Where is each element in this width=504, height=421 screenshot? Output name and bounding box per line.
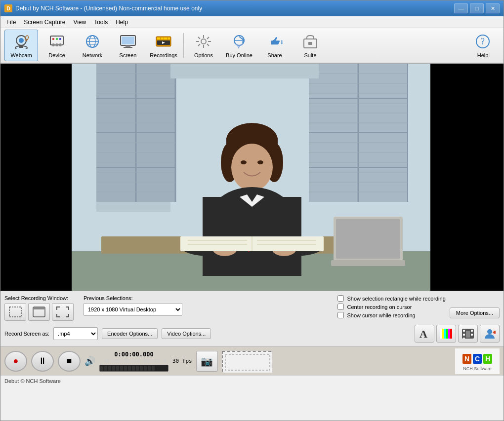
toolbar-separator-1: [183, 33, 184, 58]
options-label: Options: [194, 52, 213, 58]
svg-text:A: A: [420, 328, 427, 340]
window-controls: — □ ✕: [454, 3, 500, 13]
audio-meter-labels: -42 -36 -30 -24 -18 -12 -6: [101, 359, 167, 364]
app-icon: D: [4, 4, 12, 12]
status-bar: Debut © NCH Software: [0, 375, 504, 386]
menu-help[interactable]: Help: [112, 18, 132, 27]
svg-point-28: [201, 39, 206, 44]
webcam-overlay-button[interactable]: [480, 325, 500, 343]
screen-label: Screen: [120, 52, 137, 58]
checkbox-show-selection: Show selection rectangle while recording: [337, 295, 445, 302]
menu-tools[interactable]: Tools: [90, 18, 112, 27]
svg-rect-24: [164, 38, 167, 39]
svg-marker-133: [494, 331, 496, 334]
screenshot-button[interactable]: 📷: [196, 351, 218, 372]
right-icons: A: [415, 325, 500, 343]
encoder-options-button[interactable]: Encoder Options...: [102, 328, 158, 339]
record-button[interactable]: ●: [4, 351, 27, 372]
svg-rect-3: [19, 45, 23, 48]
svg-text:C: C: [475, 355, 480, 363]
right-section: Show selection rectangle while recording…: [337, 295, 500, 318]
record-as-row: Record Screen as: .mp4 Encoder Options..…: [4, 325, 500, 343]
black-bar-right: [430, 64, 504, 291]
svg-rect-20: [124, 47, 132, 48]
toolbar-btn-help[interactable]: ? Help: [466, 30, 500, 61]
network-label: Network: [83, 52, 102, 58]
svg-point-8: [59, 43, 62, 46]
video-preview: [72, 64, 432, 291]
svg-point-1: [19, 38, 24, 43]
stop-button[interactable]: ■: [58, 351, 81, 372]
toolbar-btn-screen[interactable]: Screen: [111, 30, 145, 61]
share-label: Share: [267, 52, 282, 58]
svg-line-34: [207, 44, 209, 46]
recordings-icon: [155, 33, 172, 50]
svg-point-95: [231, 144, 273, 191]
toolbar-btn-recordings[interactable]: Recordings: [147, 30, 180, 61]
buy-online-icon: [230, 33, 248, 50]
checkboxes-section: Show selection rectangle while recording…: [337, 295, 445, 318]
svg-rect-113: [336, 219, 400, 259]
help-icon: ?: [474, 33, 492, 50]
show-cursor-checkbox[interactable]: [337, 312, 344, 318]
toolbar-btn-device[interactable]: Device: [40, 30, 74, 61]
center-cursor-label: Center recording on cursor: [347, 304, 412, 310]
menu-screen-capture[interactable]: Screen Capture: [20, 18, 69, 27]
toolbar-btn-network[interactable]: Network: [76, 30, 109, 61]
help-label: Help: [477, 52, 489, 58]
more-options-button[interactable]: More Options...: [450, 307, 500, 318]
center-cursor-checkbox[interactable]: [337, 304, 344, 310]
screen-icon: [119, 33, 137, 50]
nch-logo-image: N C H: [462, 351, 492, 366]
minimize-button[interactable]: —: [454, 3, 468, 13]
fullscreen-select-button[interactable]: [52, 303, 74, 321]
pause-button[interactable]: ⏸: [31, 351, 54, 372]
options-icon: [195, 33, 212, 50]
toolbar-btn-share[interactable]: Share: [258, 30, 292, 61]
svg-rect-129: [471, 330, 473, 332]
toolbar-btn-options[interactable]: Options: [187, 30, 220, 61]
window-select-button[interactable]: [28, 303, 50, 321]
volume-button[interactable]: 🔊: [84, 356, 95, 367]
nch-logo: N C H NCH Software: [455, 348, 500, 374]
show-selection-label: Show selection rectangle while recording: [347, 296, 445, 302]
selections-dropdown[interactable]: 1920 x 1080 Virtual Desktop: [84, 303, 182, 316]
title-bar: D Debut by NCH Software - (Unlicensed) N…: [0, 0, 504, 16]
select-window-section: Select Recording Window:: [4, 295, 74, 321]
checkbox-show-cursor: Show cursor while recording: [337, 312, 445, 318]
video-area: [0, 64, 504, 291]
device-icon: [48, 33, 66, 50]
video-options-button[interactable]: Video Options...: [162, 328, 211, 339]
format-dropdown[interactable]: .mp4: [53, 327, 98, 340]
toolbar-btn-webcam[interactable]: Webcam: [4, 30, 38, 61]
network-icon: [84, 33, 101, 50]
preview-thumbnail: [222, 351, 271, 372]
svg-rect-10: [56, 38, 58, 40]
filmstrip-button[interactable]: [458, 325, 478, 343]
menu-view[interactable]: View: [69, 18, 90, 27]
menu-file[interactable]: File: [2, 18, 20, 27]
maximize-button[interactable]: □: [470, 3, 484, 13]
previous-selections-label: Previous Selections:: [84, 295, 182, 301]
svg-marker-43: [281, 43, 283, 45]
toolbar-btn-suite[interactable]: Suite: [294, 30, 327, 61]
audio-level-meter: [99, 365, 168, 372]
webcam-icon: [12, 33, 30, 50]
webcam-label: Webcam: [10, 52, 32, 58]
svg-rect-126: [463, 330, 465, 332]
show-selection-checkbox[interactable]: [337, 295, 344, 302]
svg-line-33: [198, 37, 200, 39]
region-select-button[interactable]: [4, 303, 26, 321]
fps-display: 30 fps: [172, 358, 192, 364]
toolbar-btn-buy-online[interactable]: Buy Online: [222, 30, 256, 61]
svg-rect-23: [161, 38, 164, 39]
svg-rect-22: [157, 38, 160, 39]
svg-rect-117: [33, 307, 45, 309]
svg-rect-123: [448, 329, 450, 339]
recordings-label: Recordings: [150, 52, 177, 58]
close-button[interactable]: ✕: [486, 3, 500, 13]
title-bar-left: D Debut by NCH Software - (Unlicensed) N…: [4, 4, 202, 12]
color-bars-button[interactable]: [436, 325, 456, 343]
nch-software-label: NCH Software: [463, 366, 492, 371]
text-overlay-button[interactable]: A: [415, 325, 434, 343]
